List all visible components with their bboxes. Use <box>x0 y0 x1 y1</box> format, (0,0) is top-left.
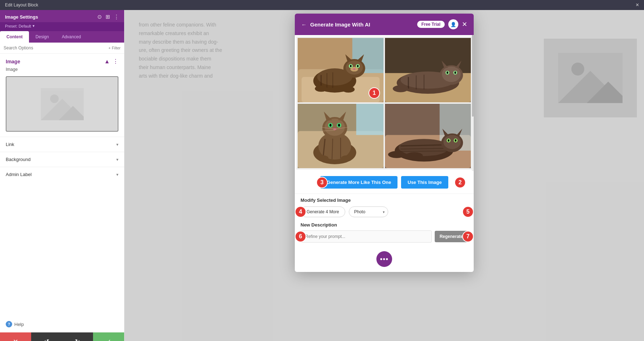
left-panel: Image Settings ⊙ ⊞ ⋮ Preset: Default ▾ C… <box>0 10 125 341</box>
settings-icon[interactable]: ⊙ <box>97 14 102 20</box>
svg-rect-48 <box>356 104 384 135</box>
image-section-header[interactable]: Image ▲ ⋮ <box>0 54 124 67</box>
prompt-input[interactable] <box>301 230 432 243</box>
modal-title: Generate Image With AI <box>310 21 370 28</box>
search-bar: + Filter <box>0 43 124 54</box>
cat-image-3-art <box>298 104 384 168</box>
modify-title: Modify Selected Image <box>301 198 468 203</box>
scroll-thumb <box>472 35 474 117</box>
preset-arrow[interactable]: ▾ <box>33 24 35 28</box>
svg-line-75 <box>401 151 448 151</box>
bottom-bar: ✕ ↺ ↻ ✓ <box>0 332 124 341</box>
grid-image-3[interactable] <box>298 104 384 168</box>
image-placeholder[interactable] <box>6 76 118 132</box>
confirm-button[interactable]: ✓ <box>93 332 124 341</box>
modal-header-left: ← Generate Image With AI <box>301 21 370 28</box>
use-image-button[interactable]: Use This Image <box>401 176 448 189</box>
desc-section: New Description 6 Regenerate 7 <box>295 222 474 248</box>
generate-4-button[interactable]: Generate 4 More <box>301 206 345 217</box>
modal-header-right: Free Trial 👤 ✕ <box>417 19 467 29</box>
cancel-button[interactable]: ✕ <box>0 332 31 341</box>
preset-row: Preset: Default ▾ <box>0 22 124 31</box>
filter-button[interactable]: + Filter <box>108 46 121 50</box>
image-grid: 1 <box>296 36 472 170</box>
more-icon[interactable]: ⋮ <box>114 14 119 20</box>
grid-image-2[interactable] <box>385 38 471 102</box>
svg-point-45 <box>393 85 409 92</box>
help-icon: ? <box>6 321 12 327</box>
style-select-wrapper: Photo Illustration Painting Digital Art … <box>349 206 388 217</box>
link-label: Link <box>6 142 14 147</box>
svg-point-82 <box>448 139 449 142</box>
svg-point-84 <box>388 151 405 158</box>
svg-point-55 <box>325 118 345 136</box>
svg-point-83 <box>455 139 456 142</box>
grid-icon[interactable]: ⊞ <box>106 14 110 20</box>
svg-point-24 <box>357 65 358 67</box>
generate-more-button[interactable]: Generate More Like This One <box>320 176 397 189</box>
image-collapse-icon[interactable]: ▲ <box>104 58 110 65</box>
window-title: Edit Layout Block <box>5 3 38 8</box>
badge-4: 4 <box>295 206 306 218</box>
badge-7: 7 <box>462 231 474 242</box>
undo-button[interactable]: ↺ <box>31 332 62 341</box>
admin-label-chevron: ▾ <box>116 172 118 177</box>
svg-point-43 <box>447 72 448 74</box>
background-chevron: ▾ <box>116 157 118 162</box>
window-title-bar: Edit Layout Block × <box>0 0 644 10</box>
search-input[interactable] <box>4 45 106 50</box>
scroll-indicator <box>472 35 474 171</box>
placeholder-image-icon <box>41 88 84 120</box>
svg-point-38 <box>442 67 460 82</box>
window-close-icon[interactable]: × <box>636 2 639 8</box>
admin-label-section-row[interactable]: Admin Label ▾ <box>0 167 124 182</box>
admin-label-text: Admin Label <box>6 172 31 177</box>
svg-point-67 <box>341 155 352 161</box>
image-section-title: Image <box>6 59 20 64</box>
grid-image-4[interactable] <box>385 104 471 168</box>
badge-5: 5 <box>462 206 474 218</box>
redo-button[interactable]: ↻ <box>62 332 93 341</box>
help-row[interactable]: ? Help <box>0 316 124 332</box>
image-more-icon[interactable]: ⋮ <box>113 58 118 65</box>
modal-close-button[interactable]: ✕ <box>462 21 467 28</box>
badge-3: 3 <box>316 177 328 188</box>
modify-row: 4 Generate 4 More Photo Illustration Pai… <box>301 206 468 217</box>
cat-image-4-art <box>385 104 471 168</box>
action-buttons-row: 3 Generate More Like This One Use This I… <box>295 171 474 194</box>
image-grid-container: 1 <box>295 35 474 171</box>
svg-point-60 <box>330 124 331 127</box>
svg-point-66 <box>318 155 329 161</box>
cat-image-2-art <box>385 38 471 102</box>
ai-modal: ← Generate Image With AI Free Trial 👤 ✕ <box>295 14 474 272</box>
background-section-row[interactable]: Background ▾ <box>0 152 124 167</box>
link-chevron: ▾ <box>116 142 118 147</box>
link-section-row[interactable]: Link ▾ <box>0 137 124 152</box>
svg-point-77 <box>444 135 461 149</box>
desc-title: New Description <box>301 222 468 228</box>
user-icon-circle[interactable]: 👤 <box>448 19 458 29</box>
svg-point-61 <box>338 124 340 127</box>
svg-point-27 <box>315 86 327 92</box>
preset-label: Preset: Default <box>5 24 31 28</box>
tab-content[interactable]: Content <box>0 31 29 43</box>
modal-header: ← Generate Image With AI Free Trial 👤 ✕ <box>295 14 474 35</box>
svg-point-1 <box>50 94 59 103</box>
main-area: from other feline companions. With remar… <box>125 10 644 341</box>
three-dots-button[interactable]: ••• <box>376 251 392 267</box>
badge-2: 2 <box>454 177 466 188</box>
svg-point-28 <box>342 86 355 92</box>
tab-advanced[interactable]: Advanced <box>55 31 87 43</box>
svg-point-44 <box>454 72 456 74</box>
badge-1: 1 <box>369 87 380 99</box>
back-icon[interactable]: ← <box>301 21 307 28</box>
grid-image-1[interactable]: 1 <box>298 38 384 102</box>
tabs-bar: Content Design Advanced <box>0 31 124 43</box>
style-select[interactable]: Photo Illustration Painting Digital Art <box>349 206 388 217</box>
help-label: Help <box>14 322 24 327</box>
tab-design[interactable]: Design <box>29 31 55 43</box>
modal-overlay: ← Generate Image With AI Free Trial 👤 ✕ <box>125 10 644 341</box>
svg-point-26 <box>353 68 356 70</box>
panel-title: Image Settings <box>5 14 38 20</box>
image-label: Image <box>0 67 124 73</box>
